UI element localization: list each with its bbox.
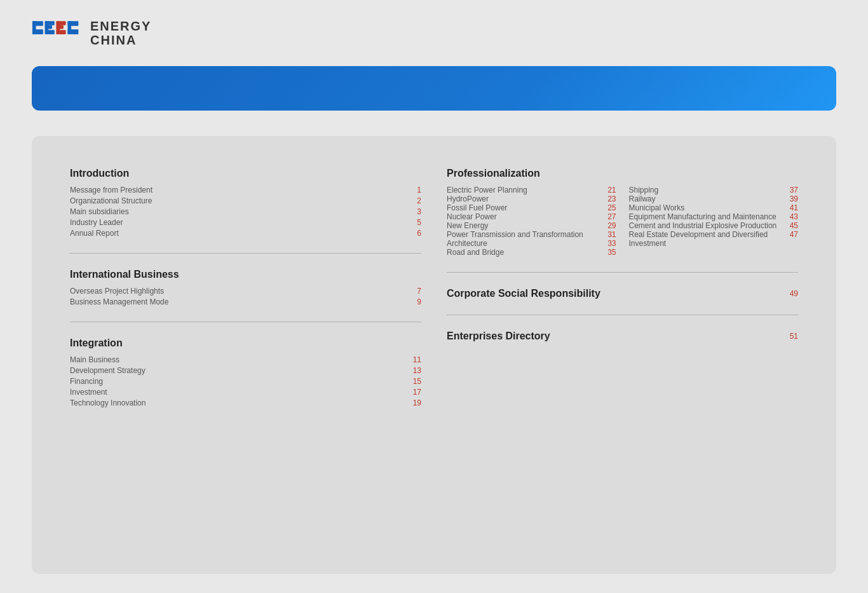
item-label: Equipment Manufacturing and Maintenance — [629, 212, 786, 221]
section-heading-integration: Integration — [70, 337, 421, 349]
item-page: 5 — [409, 218, 421, 227]
item-label: Architecture — [447, 239, 604, 248]
list-item: Main Business 11 — [70, 355, 421, 364]
item-label: Message from President — [70, 186, 153, 194]
item-label: New Energy — [447, 221, 604, 230]
logo-icon — [32, 20, 83, 46]
item-page: 43 — [785, 212, 798, 221]
list-item: Power Transmission and Transformation 31 — [447, 230, 616, 239]
item-page: 13 — [409, 366, 421, 375]
list-item: Architecture 33 — [447, 239, 616, 248]
list-item: Equipment Manufacturing and Maintenance … — [629, 212, 799, 221]
item-label: Investment — [70, 388, 107, 397]
csr-row: Corporate Social Responsibility 49 — [447, 288, 798, 299]
list-item: HydroPower 23 — [447, 194, 616, 203]
item-label: Cement and Industrial Explosive Producti… — [629, 221, 786, 230]
item-page: 11 — [409, 355, 421, 364]
list-item: Nuclear Power 27 — [447, 212, 616, 221]
page-wrapper: ENERGY CHINA Introduction Message from P… — [0, 0, 868, 593]
item-label: Main subsidiaries — [70, 207, 129, 216]
list-item: Shipping 37 — [629, 186, 799, 194]
blue-banner — [32, 66, 836, 111]
toc-section-enterprises: Enterprises Directory 51 — [447, 331, 798, 357]
item-page: 33 — [604, 239, 616, 248]
introduction-items: Message from President 1 Organizational … — [70, 186, 421, 238]
enterprises-page: 51 — [790, 332, 798, 341]
item-page: 47 — [785, 230, 798, 239]
item-label: Power Transmission and Transformation — [447, 230, 604, 239]
item-page: 37 — [785, 186, 798, 194]
svg-rect-13 — [67, 21, 71, 34]
list-item: Financing 15 — [70, 377, 421, 386]
item-label: Nuclear Power — [447, 212, 604, 221]
toc-section-international-business: International Business Overseas Project … — [70, 269, 421, 322]
csr-label: Corporate Social Responsibility — [447, 288, 600, 299]
item-label: Annual Report — [70, 229, 119, 238]
list-item: Organizational Structure 2 — [70, 196, 421, 205]
list-item: Municipal Works 41 — [629, 203, 799, 212]
item-page: 2 — [409, 196, 421, 205]
item-page: 6 — [409, 229, 421, 238]
professionalization-grid: Electric Power Planning 21 HydroPower 23… — [447, 186, 798, 257]
list-item: Technology Innovation 19 — [70, 399, 421, 407]
svg-rect-4 — [45, 21, 55, 25]
item-page: 39 — [785, 194, 798, 203]
item-label: Electric Power Planning — [447, 186, 604, 194]
svg-rect-9 — [57, 25, 64, 29]
section-heading-professionalization: Professionalization — [447, 168, 798, 179]
section-heading-intl-business: International Business — [70, 269, 421, 280]
header: ENERGY CHINA — [32, 19, 836, 47]
list-item: Overseas Project Highlights 7 — [70, 287, 421, 296]
toc-section-integration: Integration Main Business 11 Development… — [70, 337, 421, 423]
item-label: Industry Leader — [70, 218, 123, 227]
toc-section-introduction: Introduction Message from President 1 Or… — [70, 168, 421, 254]
item-page: 9 — [409, 297, 421, 306]
svg-rect-5 — [45, 25, 52, 29]
item-page: 15 — [409, 377, 421, 386]
item-page: 17 — [409, 388, 421, 397]
item-label: Business Management Mode — [70, 297, 168, 306]
list-item: Real Estate Development and Diversified … — [629, 230, 799, 248]
item-label: Technology Innovation — [70, 399, 146, 407]
item-label: Financing — [70, 377, 103, 386]
prof-col2: Shipping 37 Railway 39 Municipal Works 4… — [629, 186, 799, 257]
item-page: 3 — [409, 207, 421, 216]
item-page: 41 — [785, 203, 798, 212]
enterprises-row: Enterprises Directory 51 — [447, 331, 798, 342]
item-label: Main Business — [70, 355, 119, 364]
item-label: Development Strategy — [70, 366, 146, 375]
item-label: Municipal Works — [629, 203, 786, 212]
toc-section-csr: Corporate Social Responsibility 49 — [447, 288, 798, 315]
item-page: 35 — [604, 248, 616, 257]
item-label: Real Estate Development and Diversified … — [629, 230, 786, 248]
list-item: Development Strategy 13 — [70, 366, 421, 375]
list-item: Road and Bridge 35 — [447, 248, 616, 257]
item-page: 21 — [604, 186, 616, 194]
svg-rect-2 — [32, 21, 36, 34]
item-label: Fossil Fuel Power — [447, 203, 604, 212]
section-heading-introduction: Introduction — [70, 168, 421, 179]
svg-rect-10 — [57, 30, 66, 34]
toc-section-professionalization: Professionalization Electric Power Plann… — [447, 168, 798, 273]
item-page: 19 — [409, 399, 421, 407]
logo-line2: CHINA — [90, 33, 151, 47]
logo-text: ENERGY CHINA — [90, 19, 151, 47]
logo-line1: ENERGY — [90, 19, 151, 33]
csr-page: 49 — [790, 289, 798, 298]
item-label: Overseas Project Highlights — [70, 287, 164, 296]
enterprises-label: Enterprises Directory — [447, 331, 550, 342]
item-page: 23 — [604, 194, 616, 203]
ceec-logo-svg — [32, 20, 83, 46]
list-item: Electric Power Planning 21 — [447, 186, 616, 194]
item-page: 31 — [604, 230, 616, 239]
list-item: New Energy 29 — [447, 221, 616, 230]
item-label: Road and Bridge — [447, 248, 604, 257]
item-page: 45 — [785, 221, 798, 230]
list-item: Main subsidiaries 3 — [70, 207, 421, 216]
item-label: Shipping — [629, 186, 786, 194]
svg-rect-8 — [57, 21, 66, 25]
item-label: Railway — [629, 194, 786, 203]
item-label: HydroPower — [447, 194, 604, 203]
intl-business-items: Overseas Project Highlights 7 Business M… — [70, 287, 421, 306]
list-item: Railway 39 — [629, 194, 799, 203]
